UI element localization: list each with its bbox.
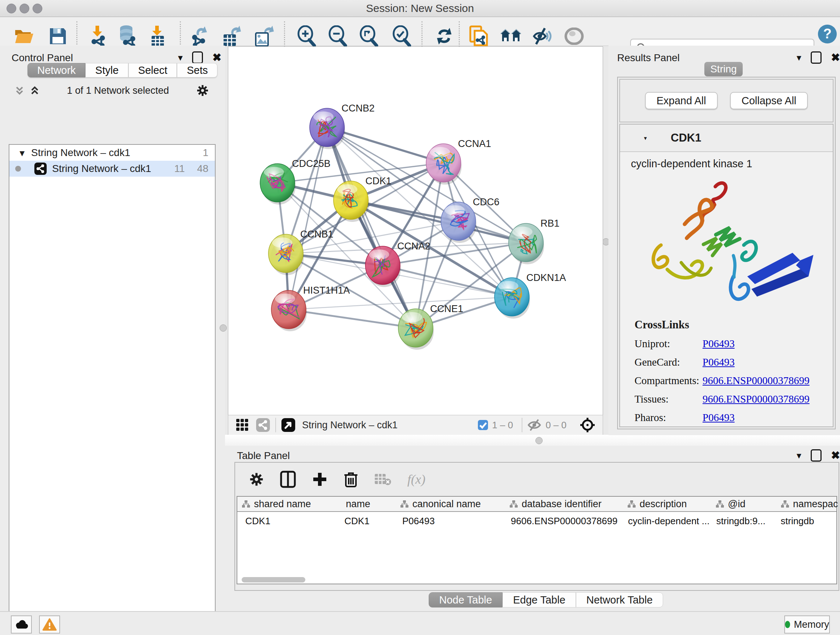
tab-style[interactable]: Style xyxy=(85,63,128,78)
network-node-ccnb2[interactable] xyxy=(309,108,345,149)
float-panel-icon[interactable] xyxy=(811,51,821,64)
close-panel-icon[interactable]: ✖ xyxy=(212,52,221,63)
crosslink-link[interactable]: P06493 xyxy=(703,338,735,350)
table-settings-gear-icon[interactable] xyxy=(249,472,264,487)
save-session-button[interactable] xyxy=(46,25,69,48)
tab-network-table[interactable]: Network Table xyxy=(576,592,663,608)
network-edge[interactable] xyxy=(327,127,416,328)
network-collection-row[interactable]: ▾ String Network – cdk1 1 xyxy=(9,145,215,161)
tab-network[interactable]: Network xyxy=(27,63,85,78)
cloud-button[interactable] xyxy=(11,616,32,633)
show-columns-icon[interactable] xyxy=(280,470,296,488)
network-row[interactable]: String Network – cdk1 11 48 xyxy=(9,161,215,177)
network-node-rb1[interactable] xyxy=(508,223,544,264)
toggle-glass-effect-button[interactable] xyxy=(531,25,554,48)
tab-string[interactable]: String xyxy=(704,62,743,76)
horizontal-splitter[interactable] xyxy=(225,435,840,446)
collapse-triangle-icon[interactable]: ▾ xyxy=(644,135,647,141)
panel-menu-caret-icon[interactable]: ▾ xyxy=(797,450,801,461)
import-table-file-button[interactable] xyxy=(146,25,169,48)
open-session-button[interactable] xyxy=(13,25,36,48)
network-edge[interactable] xyxy=(289,310,416,328)
export-image-button[interactable] xyxy=(252,25,275,48)
function-builder-fx-icon[interactable]: f(x) xyxy=(407,472,425,487)
crosslink-link[interactable]: 9606.ENSP00000378699 xyxy=(703,375,810,386)
tab-select[interactable]: Select xyxy=(128,63,177,78)
zoom-in-button[interactable] xyxy=(295,25,318,48)
float-panel-icon[interactable] xyxy=(811,449,821,462)
collapse-triangle-icon[interactable]: ▾ xyxy=(19,147,25,159)
table-cell[interactable]: stringdb:9... xyxy=(716,516,766,527)
table-cell[interactable]: 9606.ENSP00000378699 xyxy=(511,516,617,527)
column-header[interactable]: description xyxy=(623,497,712,511)
tab-edge-table[interactable]: Edge Table xyxy=(502,592,576,608)
collapse-all-button[interactable]: Collapse All xyxy=(730,92,808,109)
network-options-gear-icon[interactable] xyxy=(196,84,209,97)
string-home-button[interactable] xyxy=(499,25,523,48)
table-cell[interactable]: P06493 xyxy=(402,516,435,527)
collapse-all-chevron-icon[interactable] xyxy=(14,85,25,96)
zoom-out-button[interactable] xyxy=(326,25,349,48)
zoom-selected-button[interactable] xyxy=(390,25,413,48)
network-node-ccna1[interactable] xyxy=(426,144,462,185)
column-header[interactable]: namespac xyxy=(776,497,836,511)
tab-sets[interactable]: Sets xyxy=(177,63,218,78)
memory-button[interactable]: Memory xyxy=(784,616,830,633)
crosslink-link[interactable]: 9606.ENSP00000378699 xyxy=(703,393,810,405)
expand-all-button[interactable]: Expand All xyxy=(645,92,718,109)
help-button[interactable]: ? xyxy=(817,24,838,44)
table-cell[interactable]: CDK1 xyxy=(344,516,369,527)
selected-checkbox-icon[interactable] xyxy=(477,420,488,431)
close-panel-icon[interactable]: ✖ xyxy=(831,450,840,461)
expand-all-chevron-icon[interactable] xyxy=(30,85,40,96)
float-panel-icon[interactable] xyxy=(192,51,203,64)
table-cell[interactable]: CDK1 xyxy=(245,516,270,527)
hidden-eye-slash-icon[interactable] xyxy=(527,419,542,431)
horizontal-scrollbar-thumb[interactable] xyxy=(242,577,305,583)
horizontal-splitter-handle[interactable] xyxy=(535,437,543,444)
network-graph[interactable]: CCNB2CCNA1CDC25BCDK1CDC6RB1CCNB1CCNA2CDK… xyxy=(228,47,603,415)
export-network-button[interactable] xyxy=(189,25,212,48)
column-header[interactable]: name xyxy=(338,497,396,511)
show-graphics-details-button[interactable] xyxy=(562,25,586,48)
column-header[interactable]: database identifier xyxy=(505,497,624,511)
column-header[interactable]: canonical name xyxy=(396,497,506,511)
panel-menu-caret-icon[interactable]: ▾ xyxy=(178,52,183,63)
panel-menu-caret-icon[interactable]: ▾ xyxy=(797,52,801,63)
node-label: CCNE1 xyxy=(430,303,463,314)
warnings-button[interactable] xyxy=(39,616,60,633)
network-edge[interactable] xyxy=(289,127,327,310)
network-node-cdc25b[interactable] xyxy=(260,164,295,204)
export-table-button[interactable] xyxy=(220,25,243,48)
delete-column-trash-icon[interactable] xyxy=(344,470,358,488)
crosslink-link[interactable]: P06493 xyxy=(703,412,735,424)
network-node-ccnb1[interactable] xyxy=(268,234,304,275)
column-header[interactable]: shared name xyxy=(237,497,339,511)
tab-node-table[interactable]: Node Table xyxy=(429,592,502,608)
import-network-database-button[interactable] xyxy=(116,25,139,48)
left-splitter-handle[interactable] xyxy=(219,325,227,332)
import-network-file-button[interactable] xyxy=(86,25,109,48)
column-header[interactable]: @id xyxy=(711,497,777,511)
table-cell[interactable]: cyclin-dependent ... xyxy=(628,516,709,527)
network-node-cdk1[interactable] xyxy=(333,181,369,222)
fit-selected-crosshair-icon[interactable] xyxy=(579,417,595,433)
add-column-plus-icon[interactable] xyxy=(312,471,328,487)
table-cell[interactable]: stringdb xyxy=(781,516,814,527)
network-node-hist1h1a[interactable] xyxy=(271,290,307,331)
delete-table-icon[interactable] xyxy=(374,472,392,486)
refresh-button[interactable] xyxy=(433,25,456,48)
node-table[interactable]: shared name name canonical name database… xyxy=(237,496,837,584)
shared-column-icon xyxy=(711,500,728,508)
close-panel-icon[interactable]: ✖ xyxy=(831,52,840,63)
grid-view-icon[interactable] xyxy=(235,418,249,432)
gene-section-header[interactable]: ▾ CDK1 xyxy=(620,125,833,152)
network-node-cdkn1a[interactable] xyxy=(494,278,530,318)
copy-network-button[interactable] xyxy=(468,25,491,48)
network-node-ccne1[interactable] xyxy=(398,309,434,350)
birds-eye-view-icon[interactable] xyxy=(281,418,295,432)
crosslink-link[interactable]: P06493 xyxy=(703,356,735,368)
zoom-fit-button[interactable] xyxy=(357,25,380,48)
network-view-canvas[interactable]: CCNB2CCNA1CDC25BCDK1CDC6RB1CCNB1CCNA2CDK… xyxy=(228,46,603,415)
share-view-icon[interactable] xyxy=(256,418,270,432)
